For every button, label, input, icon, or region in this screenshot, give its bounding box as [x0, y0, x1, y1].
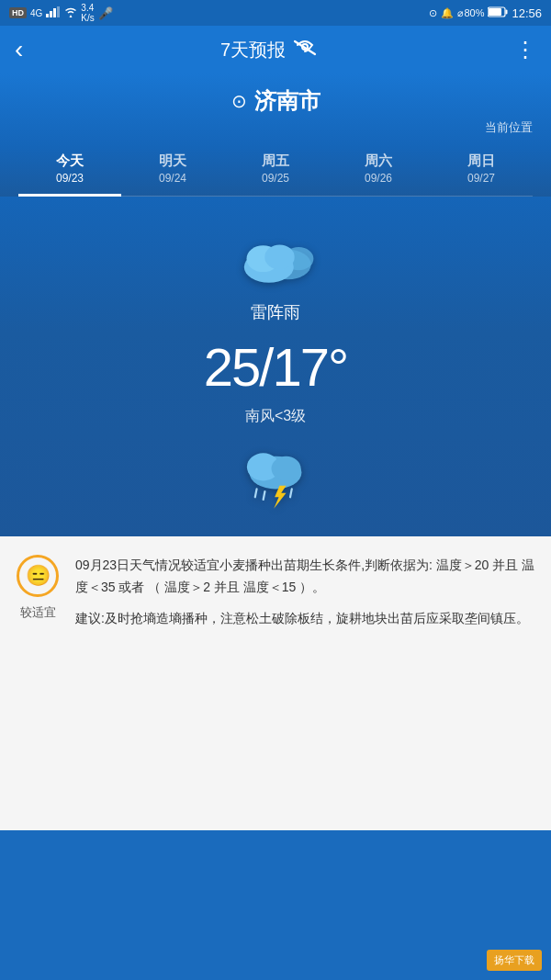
svg-marker-18 [274, 485, 286, 508]
day-label-sun: 周日 [433, 152, 529, 170]
advisory-left: 😑 较适宜 [15, 555, 61, 621]
signal-4g: 4G [30, 8, 42, 18]
svg-rect-3 [57, 6, 60, 17]
svg-rect-2 [53, 8, 56, 17]
battery-icon [488, 6, 508, 19]
top-weather-icon [234, 224, 317, 288]
day-label-fri: 周五 [228, 152, 323, 170]
day-tab-tomorrow[interactable]: 明天 09/24 [121, 145, 224, 196]
svg-rect-6 [489, 8, 501, 16]
status-bar: HD 4G 3.4K/s 🎤 ⊙ 🔔 ⌀80% [0, 0, 551, 26]
advisory-rating: 较适宜 [20, 604, 56, 621]
header-title-area: 7天预报 [220, 38, 317, 62]
clock: 12:56 [512, 6, 542, 20]
eye-slash-icon[interactable] [293, 39, 317, 61]
day-tabs: 今天 09/23 明天 09/24 周五 09/25 周六 09/26 周日 0… [18, 145, 533, 197]
date-label-sat: 09/26 [331, 172, 426, 185]
advisory-main-text: 09月23日天气情况较适宜小麦播种出苗期生长条件,判断依据为: 温度＞20 并且… [75, 555, 536, 599]
day-tab-sun[interactable]: 周日 09/27 [430, 145, 533, 196]
date-label-today: 09/23 [22, 172, 118, 185]
status-right: ⊙ 🔔 ⌀80% 12:56 [429, 6, 542, 20]
bottom-padding [0, 775, 551, 830]
mic-icon: 🎤 [98, 6, 113, 20]
back-button[interactable]: ‹ [15, 35, 23, 64]
advisory-suggestion: 建议:及时抢墒造墒播种，注意松土破除板结，旋耕地块出苗后应采取垄间镇压。 [75, 608, 536, 630]
day-label-tomorrow: 明天 [125, 152, 220, 170]
day-tab-today[interactable]: 今天 09/23 [18, 145, 121, 197]
advisory-inner: 😑 较适宜 09月23日天气情况较适宜小麦播种出苗期生长条件,判断依据为: 温度… [15, 555, 536, 629]
app-header: ‹ 7天预报 ⋮ [0, 26, 551, 73]
weather-detail: 雷阵雨 25/17° 南风<3级 [0, 197, 551, 536]
signal-bars [46, 6, 61, 19]
more-button[interactable]: ⋮ [514, 37, 536, 62]
svg-line-16 [255, 489, 257, 497]
city-name-row: ⊙ 济南市 [18, 86, 533, 116]
location-icon: ⊙ [429, 7, 437, 19]
svg-rect-0 [46, 14, 49, 17]
day-label-today: 今天 [22, 152, 118, 170]
smiley-face: 😑 [26, 566, 51, 586]
city-section: ⊙ 济南市 当前位置 今天 09/23 明天 09/24 周五 09/25 周六… [0, 73, 551, 197]
smiley-icon: 😑 [17, 555, 59, 597]
date-label-fri: 09/25 [228, 172, 323, 185]
advisory-section: 😑 较适宜 09月23日天气情况较适宜小麦播种出苗期生长条件,判断依据为: 温度… [0, 536, 551, 775]
advisory-text: 09月23日天气情况较适宜小麦播种出苗期生长条件,判断依据为: 温度＞20 并且… [75, 555, 536, 629]
bottom-weather-icon [239, 445, 312, 509]
watermark: 扬华下载 [487, 950, 542, 971]
battery-indicator: ⌀80% [457, 7, 484, 19]
weather-condition: 雷阵雨 [18, 301, 533, 323]
date-label-sun: 09/27 [433, 172, 529, 185]
svg-line-17 [264, 491, 265, 500]
wind-info: 南风<3级 [18, 407, 533, 426]
header-title-text: 7天预报 [220, 38, 286, 62]
hd-badge: HD [9, 7, 27, 18]
date-label-tomorrow: 09/24 [125, 172, 220, 185]
wifi-icon [64, 6, 77, 19]
day-tab-sat[interactable]: 周六 09/26 [327, 145, 430, 196]
location-pin-icon: ⊙ [231, 90, 247, 112]
speed-indicator: 3.4K/s [81, 3, 94, 23]
svg-rect-5 [506, 10, 508, 15]
svg-point-12 [264, 244, 294, 269]
current-location-label: 当前位置 [18, 119, 533, 136]
temperature-display: 25/17° [18, 336, 533, 398]
day-label-sat: 周六 [331, 152, 426, 170]
status-left: HD 4G 3.4K/s 🎤 [9, 3, 113, 23]
svg-line-19 [290, 489, 292, 497]
day-tab-fri[interactable]: 周五 09/25 [224, 145, 327, 196]
svg-rect-1 [50, 11, 52, 17]
alarm-icon: 🔔 [441, 7, 454, 19]
svg-point-15 [272, 456, 301, 480]
city-name: 济南市 [254, 86, 320, 116]
